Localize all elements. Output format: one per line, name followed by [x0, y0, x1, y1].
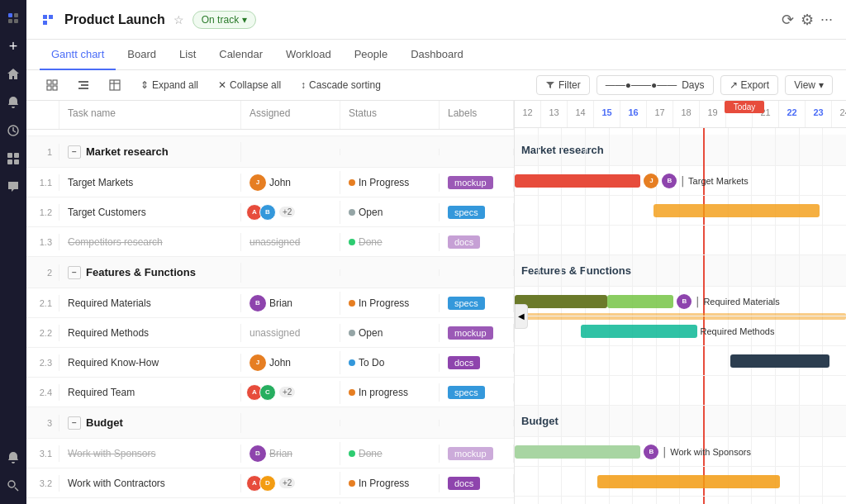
export-btn[interactable]: ↗ Export	[720, 75, 779, 95]
svg-rect-8	[14, 159, 19, 164]
table-row: 2.3 Required Know-How J John To Do docs …	[26, 348, 514, 378]
scroll-left-btn[interactable]: ◀	[515, 304, 528, 329]
assignee-name: Brian	[269, 448, 292, 459]
group-1-assigned	[241, 149, 340, 155]
row-1-3-labels: docs	[440, 233, 514, 251]
gantt-group-1: Market research	[515, 135, 846, 166]
row-3-2-num: 3.2	[26, 475, 59, 492]
cascade-sort-btn[interactable]: ↕ Cascade sorting	[294, 76, 387, 94]
group-1-collapse[interactable]: −	[68, 145, 81, 159]
row-2-1-status: In Progress	[340, 294, 440, 312]
col-num	[26, 101, 59, 129]
bar-work-sponsors[interactable]	[515, 445, 640, 459]
bar-target-customers[interactable]	[654, 204, 820, 217]
bar-required-methods[interactable]	[581, 325, 696, 338]
main-area: Product Launch ☆ On track ▾ ⟳ ⚙ ··· Gant…	[26, 0, 846, 504]
sidebar-search[interactable]	[2, 474, 25, 497]
gantt-day-17: 17	[647, 101, 673, 127]
row-2-4-num: 2.4	[26, 384, 59, 401]
group-3-num: 3	[26, 415, 59, 431]
gantt-day-15: 15	[594, 101, 620, 127]
collapse-all-btn[interactable]: ✕ Collapse all	[212, 76, 288, 94]
left-sidebar: +	[0, 0, 26, 504]
sidebar-logo[interactable]	[2, 7, 25, 30]
svg-rect-13	[53, 86, 57, 90]
gantt-group-label-2: Features & Functions	[521, 264, 631, 277]
group-row: 2 − Features & Functions ⋮	[26, 257, 514, 288]
tab-calendar[interactable]: Calendar	[207, 40, 274, 70]
sidebar-time[interactable]	[2, 119, 25, 142]
gantt-day-19: 19	[700, 101, 726, 127]
filter-btn[interactable]: Filter	[536, 75, 590, 95]
sort-icon: ↕	[301, 79, 306, 91]
tab-gantt[interactable]: Gantt chart	[40, 40, 116, 70]
settings-icon[interactable]: ⚙	[801, 11, 814, 29]
group-2-collapse[interactable]: −	[68, 266, 81, 279]
indent-btn[interactable]	[71, 76, 96, 94]
tab-workload[interactable]: Workload	[274, 40, 343, 70]
row-2-1-name: Required Materials	[59, 294, 241, 312]
label-badge: docs	[448, 356, 480, 369]
label-badge: mockup	[448, 447, 493, 460]
group-2-label: − Features & Functions	[59, 263, 241, 283]
group-3-collapse[interactable]: −	[68, 416, 81, 430]
row-2-1-num: 2.1	[26, 295, 59, 311]
sidebar-notifications[interactable]	[2, 91, 25, 114]
gantt-group-label-3: Budget	[521, 415, 558, 427]
group-3-labels	[440, 420, 514, 426]
tab-dashboard[interactable]: Dashboard	[399, 40, 475, 70]
bar-required-knowhow[interactable]	[730, 354, 829, 368]
more-icon[interactable]: ···	[820, 11, 833, 28]
tab-people[interactable]: People	[343, 40, 399, 70]
avatar: J	[250, 174, 266, 191]
gantt-section: 12 13 14 15 16 17 18 19 Today 21 22 23 2…	[514, 101, 846, 504]
sidebar-grid[interactable]	[2, 147, 25, 170]
status-dot	[349, 330, 355, 336]
status-badge[interactable]: On track ▾	[192, 11, 256, 29]
star-icon[interactable]: ☆	[173, 13, 184, 26]
gantt-day-13: 13	[541, 101, 568, 127]
sidebar-bell[interactable]	[2, 446, 25, 469]
expand-all-btn[interactable]: ⇕ Expand all	[134, 76, 205, 94]
gantt-day-20: Today	[726, 101, 753, 127]
row-3-1-labels: mockup	[440, 445, 514, 463]
gantt-body: Market research J B │ Target Markets	[515, 128, 846, 504]
row-2-2-num: 2.2	[26, 325, 59, 341]
sidebar-home[interactable]	[2, 63, 25, 86]
table-row: 2.4 Required Team A C +2 In progress spe…	[26, 378, 514, 407]
timeline-icon: ——●——●——	[606, 79, 677, 91]
svg-rect-17	[110, 80, 120, 90]
history-icon[interactable]: ⟳	[782, 11, 794, 29]
tab-board[interactable]: Board	[116, 40, 168, 70]
avatar: B	[644, 445, 658, 459]
bar-required-materials-1[interactable]	[515, 295, 607, 308]
content-area: Task name Assigned Status Labels + 1 − M…	[26, 101, 846, 504]
row-1-1-status: In Progress	[340, 174, 440, 192]
row-2-1-labels: specs	[440, 294, 514, 312]
chevron-icon: ▾	[819, 79, 824, 91]
gantt-row-label-2-1: B │ Required Materials	[677, 294, 779, 309]
label-badge: specs	[448, 206, 485, 219]
expand-icon: ⇕	[140, 79, 149, 91]
sidebar-add[interactable]: +	[2, 35, 25, 58]
bar-required-materials-2[interactable]	[607, 295, 673, 308]
bar-target-markets[interactable]	[515, 174, 640, 188]
table-btn[interactable]	[102, 76, 127, 94]
gantt-day-16: 16	[620, 101, 647, 127]
bar-work-contractors[interactable]	[597, 475, 780, 488]
svg-rect-10	[47, 80, 51, 84]
table-row: 2.2 Required Methods unassigned Open moc…	[26, 318, 514, 348]
empty-row	[26, 130, 514, 136]
gantt-row-label-1-1: J B │ Target Markets	[644, 174, 748, 188]
row-1-2-num: 1.2	[26, 204, 59, 221]
col-labels: Labels	[440, 101, 514, 129]
grid-view-btn[interactable]	[40, 76, 64, 94]
gantt-empty-row	[515, 128, 846, 135]
row-2-4-assignee: A C +2	[241, 381, 340, 404]
row-2-3-name: Required Know-How	[59, 354, 241, 372]
tab-list[interactable]: List	[168, 40, 207, 70]
view-btn[interactable]: View ▾	[785, 75, 833, 95]
avatar-stack: A C	[250, 384, 276, 401]
label-badge: specs	[448, 386, 485, 399]
sidebar-chat[interactable]	[2, 175, 25, 198]
